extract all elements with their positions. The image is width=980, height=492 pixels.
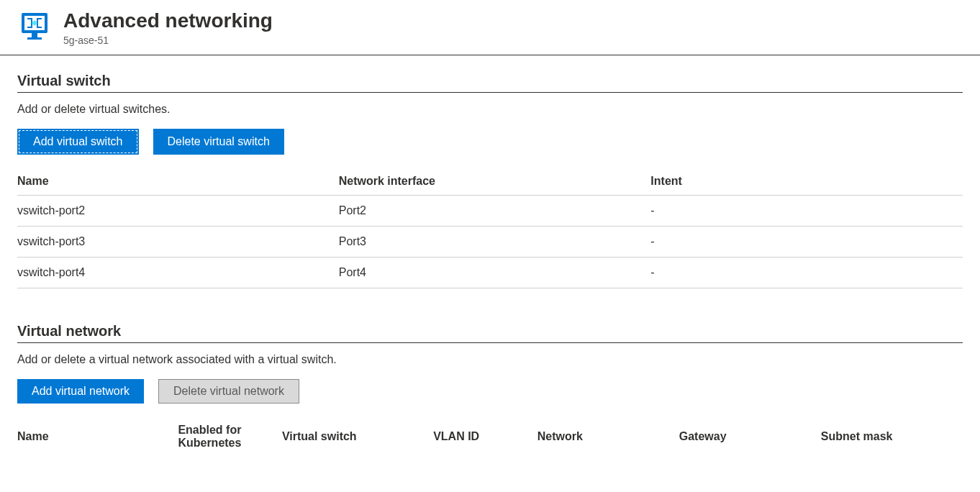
cell-intent: - xyxy=(650,195,963,226)
col-network-interface[interactable]: Network interface xyxy=(339,168,651,196)
svg-rect-3 xyxy=(27,37,42,40)
virtual-network-title: Virtual network xyxy=(17,323,963,343)
col-vlan-id[interactable]: VLAN ID xyxy=(433,416,537,457)
cell-network-interface: Port3 xyxy=(339,226,651,257)
cell-network-interface: Port2 xyxy=(339,195,651,226)
cell-name: vswitch-port4 xyxy=(17,257,339,288)
col-gateway[interactable]: Gateway xyxy=(679,416,821,457)
cell-intent: - xyxy=(650,257,963,288)
virtual-switch-buttons: Add virtual switch Delete virtual switch xyxy=(17,129,963,155)
table-row[interactable]: vswitch-port2 Port2 - xyxy=(17,195,963,226)
table-header-row: Name Network interface Intent xyxy=(17,168,963,196)
virtual-switch-description: Add or delete virtual switches. xyxy=(17,103,963,116)
virtual-network-table: Name Enabled for Kubernetes Virtual swit… xyxy=(17,416,963,457)
col-intent[interactable]: Intent xyxy=(650,168,963,196)
cell-intent: - xyxy=(650,226,963,257)
delete-virtual-switch-button[interactable]: Delete virtual switch xyxy=(153,129,284,155)
col-enabled-kubernetes[interactable]: Enabled for Kubernetes xyxy=(178,416,282,457)
add-virtual-switch-button[interactable]: Add virtual switch xyxy=(17,129,139,155)
col-subnet-mask[interactable]: Subnet mask xyxy=(821,416,963,457)
table-row[interactable]: vswitch-port4 Port4 - xyxy=(17,257,963,288)
virtual-network-buttons: Add virtual network Delete virtual netwo… xyxy=(17,379,963,404)
table-header-row: Name Enabled for Kubernetes Virtual swit… xyxy=(17,416,963,457)
col-virtual-switch[interactable]: Virtual switch xyxy=(282,416,433,457)
col-name[interactable]: Name xyxy=(17,168,339,196)
virtual-network-section: Virtual network Add or delete a virtual … xyxy=(17,323,963,457)
col-name[interactable]: Name xyxy=(17,416,178,457)
page-header: Advanced networking 5g-ase-51 xyxy=(0,0,980,55)
content-area: Virtual switch Add or delete virtual swi… xyxy=(0,55,980,492)
add-virtual-network-button[interactable]: Add virtual network xyxy=(17,379,144,404)
virtual-switch-title: Virtual switch xyxy=(17,73,963,93)
cell-name: vswitch-port3 xyxy=(17,226,339,257)
table-row[interactable]: vswitch-port3 Port3 - xyxy=(17,226,963,257)
networking-icon xyxy=(17,9,52,43)
cell-name: vswitch-port2 xyxy=(17,195,339,226)
cell-network-interface: Port4 xyxy=(339,257,651,288)
virtual-switch-table: Name Network interface Intent vswitch-po… xyxy=(17,168,963,288)
delete-virtual-network-button: Delete virtual network xyxy=(158,379,299,404)
col-network[interactable]: Network xyxy=(537,416,679,457)
page-title: Advanced networking xyxy=(63,9,273,33)
svg-rect-2 xyxy=(32,33,37,37)
virtual-switch-section: Virtual switch Add or delete virtual swi… xyxy=(17,73,963,288)
page-subtitle: 5g-ase-51 xyxy=(63,35,273,46)
header-text-group: Advanced networking 5g-ase-51 xyxy=(63,9,273,46)
virtual-network-description: Add or delete a virtual network associat… xyxy=(17,353,963,366)
